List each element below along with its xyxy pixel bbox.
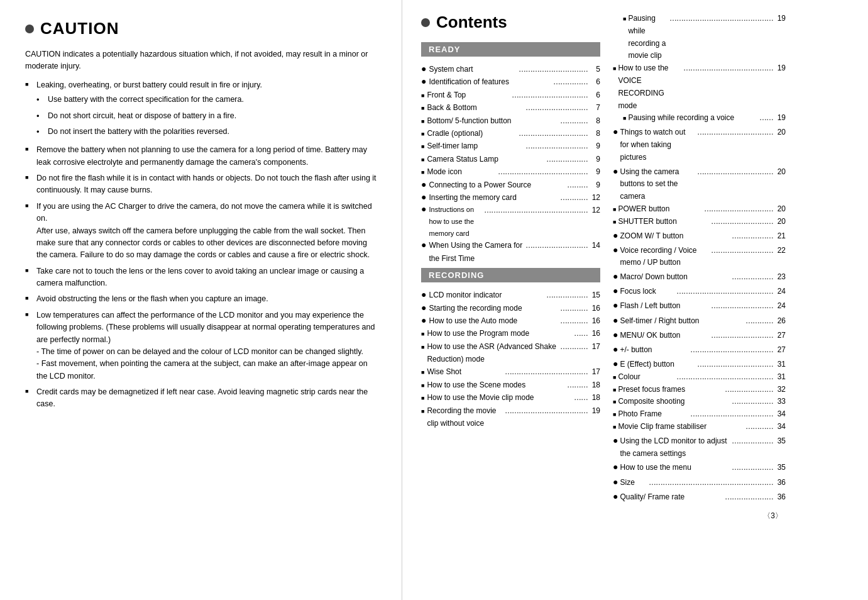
toc-text: How to use the VOICE RECORDING mode xyxy=(618,62,682,112)
toc-item: ■Camera Status Lamp………………9 xyxy=(421,153,600,165)
toc-bullet-icon: ■ xyxy=(421,128,424,139)
toc-text: System chart xyxy=(429,63,517,75)
toc-bullet-icon: ■ xyxy=(613,64,616,74)
toc-dots: …………………………… xyxy=(697,358,773,371)
toc-dots: ……………………………………… xyxy=(669,13,773,62)
toc-page: 19 xyxy=(774,13,786,62)
toc-bullet-icon: ● xyxy=(613,328,618,342)
toc-item: ■Mode icon…………………………………9 xyxy=(421,165,600,178)
toc-text: LCD monitor indicator xyxy=(429,289,545,301)
caution-item: Leaking, overheating, or burst battery c… xyxy=(25,79,380,138)
caution-dot xyxy=(25,25,34,33)
caution-section: CAUTION CAUTION indicates a potentially … xyxy=(0,0,402,600)
toc-item: ●Macro/ Down button………………23 xyxy=(613,269,786,284)
toc-dots: ………… xyxy=(560,340,588,366)
toc-text: Front & Top xyxy=(427,89,510,101)
contents-title: Contents xyxy=(436,13,507,32)
toc-text: +/- button xyxy=(620,344,689,357)
toc-item: ●Inserting the memory card…………12 xyxy=(421,191,600,204)
caution-item: Avoid obstructing the lens or the flash … xyxy=(25,293,380,305)
toc-text: Connecting to a Power Source xyxy=(429,179,566,191)
recording-toc: ●LCD monitor indicator………………15●Starting … xyxy=(421,289,600,430)
toc-text: Mode icon xyxy=(427,165,497,178)
toc-item: ■Front & Top……………………………6 xyxy=(421,89,600,101)
toc-dots: ……… xyxy=(567,179,588,191)
caution-item: Low temperatures can affect the performa… xyxy=(25,309,380,382)
toc-dots: ……… xyxy=(567,379,588,391)
toc-text: How to use the Program mode xyxy=(427,327,573,340)
toc-dots: ……………………………… xyxy=(505,404,588,430)
caution-header: CAUTION xyxy=(25,19,380,38)
toc-dots: …………… xyxy=(553,75,588,88)
toc-dots: ……………… xyxy=(546,289,588,301)
toc-bullet-icon: ■ xyxy=(421,154,424,165)
toc-item: ●MENU/ OK button………………………27 xyxy=(613,328,786,342)
toc-item: ■Recording the movie clip without voice…… xyxy=(421,404,600,430)
toc-page: 36 xyxy=(774,477,786,489)
toc-item: ●Identification of features……………6 xyxy=(421,75,600,88)
toc-page: 8 xyxy=(589,114,600,127)
toc-item: ■SHUTTER button………………………20 xyxy=(613,216,786,228)
toc-page: 9 xyxy=(589,179,600,191)
toc-bullet-icon: ■ xyxy=(613,373,616,382)
toc-page: 12 xyxy=(589,191,600,204)
toc-bullet-icon: ■ xyxy=(421,90,424,101)
toc-text: How to use the Scene modes xyxy=(427,379,566,391)
toc-bullet-icon: ■ xyxy=(421,367,424,377)
toc-page: 19 xyxy=(774,112,786,125)
toc-page: 35 xyxy=(774,435,786,460)
toc-dots: ……………………… xyxy=(711,300,773,313)
toc-dots: ……………………………… xyxy=(690,344,773,357)
toc-text: Wise Shot xyxy=(427,365,503,378)
toc-text: Preset focus frames xyxy=(618,384,723,396)
toc-page: 9 xyxy=(589,165,600,178)
toc-item: ■Pausing while recording a movie clip………… xyxy=(613,13,786,62)
toc-page: 9 xyxy=(589,153,600,165)
toc-text: Macro/ Down button xyxy=(620,271,730,284)
toc-text: Voice recording / Voice memo / UP button xyxy=(620,245,710,270)
toc-item: ●Quality/ Frame rate…………………36 xyxy=(613,489,786,504)
toc-item: ■Bottom/ 5-function button…………8 xyxy=(421,114,600,127)
toc-bullet-icon: ● xyxy=(421,180,426,189)
toc-bullet-icon: ● xyxy=(421,64,426,73)
toc-bullet-icon: ● xyxy=(421,77,426,86)
toc-text: Composite shooting xyxy=(618,396,730,408)
toc-text: Size xyxy=(620,477,647,489)
toc-dots: ……………………… xyxy=(525,239,588,265)
caution-sub-item: Do not insert the battery with the polar… xyxy=(36,126,380,138)
toc-page: 24 xyxy=(774,286,786,298)
toc-page: 5 xyxy=(589,63,600,75)
toc-page: 16 xyxy=(589,314,600,327)
toc-page: 35 xyxy=(774,462,786,474)
toc-item: ●Using the LCD monitor to adjust the cam… xyxy=(613,433,786,460)
right-toc: ■Pausing while recording a movie clip………… xyxy=(613,13,786,504)
toc-item: ■Photo Frame………………………………34 xyxy=(613,408,786,421)
toc-dots: ……………………………………… xyxy=(484,204,588,239)
toc-dots: ………… xyxy=(745,421,773,433)
toc-item: ●Things to watch out for when taking pic… xyxy=(613,125,786,164)
toc-text: Flash / Left button xyxy=(620,300,710,313)
caution-list: Leaking, overheating, or burst battery c… xyxy=(25,79,380,411)
contents-header: Contents xyxy=(421,13,600,32)
toc-bullet-icon: ■ xyxy=(613,205,616,214)
toc-bullet-icon: ● xyxy=(421,204,426,213)
toc-page: 21 xyxy=(774,230,786,243)
toc-text: ZOOM W/ T button xyxy=(620,230,730,243)
toc-bullet-icon: ■ xyxy=(613,423,616,432)
caution-item: If you are using the AC Charger to drive… xyxy=(25,201,380,262)
toc-bullet-icon: ■ xyxy=(421,392,424,403)
toc-item: ■Preset focus frames…………………32 xyxy=(613,384,786,396)
toc-text: Inserting the memory card xyxy=(429,191,559,204)
toc-item: ■How to use the Movie clip mode……18 xyxy=(421,391,600,404)
toc-item: ●+/- button………………………………27 xyxy=(613,342,786,357)
toc-dots: ………… xyxy=(745,315,773,328)
toc-bullet-icon: ■ xyxy=(421,167,424,177)
toc-bullet-icon: ■ xyxy=(421,328,424,339)
toc-page: 24 xyxy=(774,300,786,313)
toc-text: How to use the Auto mode xyxy=(429,314,559,327)
toc-bullet-icon: ● xyxy=(421,303,426,312)
toc-item: ■Pausing while recording a voice……19 xyxy=(613,112,786,125)
toc-text: Focus lock xyxy=(620,286,675,298)
contents-section: Contents READY ●System chart…………………………5●… xyxy=(402,0,868,600)
toc-bullet-icon: ● xyxy=(613,489,618,504)
